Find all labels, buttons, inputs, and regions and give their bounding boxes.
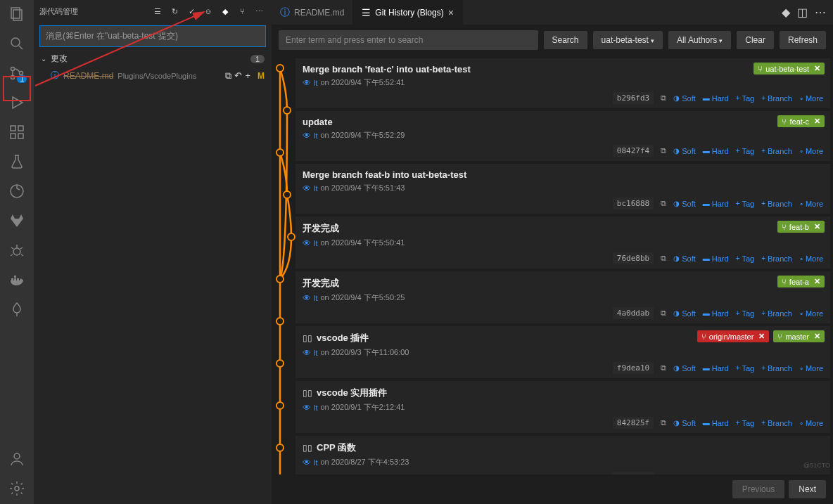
commit-item[interactable]: ⑂feat-b✕ 开发完成 👁 lt on 2020/9/4 下午5:50:41… xyxy=(295,217,830,269)
soft-reset-button[interactable]: ◑Soft xyxy=(673,254,696,263)
remove-tag-icon[interactable]: ✕ xyxy=(812,64,820,73)
gitlab-icon[interactable] xyxy=(8,212,25,229)
diamond-icon[interactable]: ◆ xyxy=(782,6,790,19)
branch-tag[interactable]: ⑂origin/master✕ xyxy=(697,330,770,342)
commit-author[interactable]: lt xyxy=(314,131,318,140)
more-button[interactable]: ∘More xyxy=(799,364,823,373)
gear-icon[interactable] xyxy=(8,480,25,497)
search-button[interactable]: Search xyxy=(544,31,587,49)
branch-tag[interactable]: ⑂master✕ xyxy=(773,330,825,342)
branch-tag[interactable]: ⑂feat-b✕ xyxy=(777,221,825,233)
authors-filter-button[interactable]: All Authors▾ xyxy=(668,31,731,49)
circle-icon[interactable] xyxy=(8,183,25,200)
commit-author[interactable]: lt xyxy=(314,239,318,247)
commit-author[interactable]: lt xyxy=(314,294,318,302)
copy-icon[interactable]: ⧉ xyxy=(661,473,666,474)
remove-tag-icon[interactable]: ✕ xyxy=(812,222,820,231)
commit-item[interactable]: ⑂feat-a✕ 开发完成 👁 lt on 2020/9/4 下午5:50:25… xyxy=(295,271,830,323)
more-icon[interactable]: ⋯ xyxy=(252,4,266,18)
hard-reset-button[interactable]: ▬Hard xyxy=(703,364,729,373)
explorer-icon[interactable] xyxy=(8,6,25,22)
copy-icon[interactable]: ⧉ xyxy=(661,418,666,427)
branch-button[interactable]: +Branch xyxy=(761,254,792,263)
commit-item[interactable]: Merge branch feat-b into uat-beta-test 👁… xyxy=(295,164,830,214)
branch-tag[interactable]: ⑂feat-a✕ xyxy=(777,276,825,287)
bug-icon[interactable] xyxy=(8,242,25,259)
tag-button[interactable]: +Tag xyxy=(736,254,755,263)
hard-reset-button[interactable]: ▬Hard xyxy=(703,419,729,427)
commit-message-input[interactable]: 消息(⌘Enter 在"uat-beta-test"提交) xyxy=(39,25,266,47)
commit-item[interactable]: ▯▯ vscode 实用插件 👁 lt on 2020/9/1 下午2:12:4… xyxy=(295,381,830,433)
branch-button[interactable]: +Branch xyxy=(761,419,792,427)
hard-reset-button[interactable]: ▬Hard xyxy=(703,94,729,103)
tree-icon[interactable] xyxy=(8,301,25,318)
soft-reset-button[interactable]: ◑Soft xyxy=(673,419,696,427)
tab-git-history[interactable]: ☰ Git History (Blogs) × xyxy=(353,0,463,25)
branch-button[interactable]: +Branch xyxy=(761,200,792,208)
eye-icon[interactable]: 👁 xyxy=(303,458,311,467)
search-icon[interactable] xyxy=(8,35,25,52)
hard-reset-button[interactable]: ▬Hard xyxy=(703,474,729,475)
commit-item[interactable]: ⑂uat-beta-test✕ Merge branch 'feat-c' in… xyxy=(295,58,830,108)
tag-button[interactable]: +Tag xyxy=(736,94,755,103)
soft-reset-button[interactable]: ◑Soft xyxy=(673,94,696,103)
discard-icon[interactable]: ↶ xyxy=(234,70,242,82)
soft-reset-button[interactable]: ◑Soft xyxy=(673,309,696,318)
remove-tag-icon[interactable]: ✕ xyxy=(812,332,820,341)
clear-button[interactable]: Clear xyxy=(737,31,774,49)
remove-tag-icon[interactable]: ✕ xyxy=(812,117,820,126)
eye-icon[interactable]: 👁 xyxy=(303,238,311,248)
commit-item[interactable]: ▯▯ CPP 函数 👁 lt on 2020/8/27 下午4:53:23 c2… xyxy=(295,436,830,474)
refresh-icon[interactable]: ↻ xyxy=(167,4,182,18)
eye-icon[interactable]: 👁 xyxy=(303,78,311,88)
stage-icon[interactable]: + xyxy=(245,70,250,82)
close-icon[interactable]: × xyxy=(448,7,454,18)
commit-author[interactable]: lt xyxy=(314,79,318,87)
commit-author[interactable]: lt xyxy=(314,458,318,467)
open-file-icon[interactable]: ⧉ xyxy=(225,70,231,82)
eye-icon[interactable]: 👁 xyxy=(303,348,311,358)
hard-reset-button[interactable]: ▬Hard xyxy=(703,200,729,208)
branch-tag[interactable]: ⑂feat-c✕ xyxy=(777,115,825,127)
more-button[interactable]: ∘More xyxy=(799,474,823,475)
flask-icon[interactable] xyxy=(8,153,25,170)
soft-reset-button[interactable]: ◑Soft xyxy=(673,147,696,155)
more-button[interactable]: ∘More xyxy=(799,147,823,155)
more-button[interactable]: ∘More xyxy=(799,419,823,427)
copy-icon[interactable]: ⧉ xyxy=(661,309,666,318)
more-button[interactable]: ∘More xyxy=(799,254,823,263)
more-button[interactable]: ∘More xyxy=(799,200,823,208)
tag-button[interactable]: +Tag xyxy=(736,147,755,155)
more-button[interactable]: ∘More xyxy=(799,309,823,318)
branch-filter-button[interactable]: uat-beta-test▾ xyxy=(593,31,663,49)
branch-button[interactable]: +Branch xyxy=(761,474,792,475)
next-button[interactable]: Next xyxy=(789,480,826,498)
eye-icon[interactable]: 👁 xyxy=(303,131,311,141)
more-button[interactable]: ∘More xyxy=(799,94,823,103)
changed-file-row[interactable]: ⓘ README.md Plugins/VscodePlugins ⧉ ↶ + … xyxy=(34,67,272,84)
tag-button[interactable]: +Tag xyxy=(736,364,755,373)
commit-author[interactable]: lt xyxy=(314,403,318,412)
smiley-icon[interactable]: ☺ xyxy=(201,4,215,18)
branch-tag[interactable]: ⑂uat-beta-test✕ xyxy=(753,63,825,75)
hard-reset-button[interactable]: ▬Hard xyxy=(703,309,729,318)
account-icon[interactable] xyxy=(8,451,25,467)
commit-author[interactable]: lt xyxy=(314,184,318,193)
soft-reset-button[interactable]: ◑Soft xyxy=(673,364,696,373)
merge-icon[interactable]: ⑂ xyxy=(235,4,249,18)
remove-tag-icon[interactable]: ✕ xyxy=(756,332,765,341)
remove-tag-icon[interactable]: ✕ xyxy=(812,277,820,286)
branch-button[interactable]: +Branch xyxy=(761,147,792,155)
tag-button[interactable]: +Tag xyxy=(736,200,755,208)
copy-icon[interactable]: ⧉ xyxy=(661,146,666,155)
eye-icon[interactable]: 👁 xyxy=(303,183,311,193)
diamond-icon[interactable]: ◆ xyxy=(218,4,232,18)
eye-icon[interactable]: 👁 xyxy=(303,403,311,413)
soft-reset-button[interactable]: ◑Soft xyxy=(673,200,696,208)
extensions-icon[interactable] xyxy=(8,124,25,141)
copy-icon[interactable]: ⧉ xyxy=(661,93,666,103)
hard-reset-button[interactable]: ▬Hard xyxy=(703,147,729,155)
soft-reset-button[interactable]: ◑Soft xyxy=(673,474,696,475)
eye-icon[interactable]: 👁 xyxy=(303,293,311,303)
tag-button[interactable]: +Tag xyxy=(736,419,755,427)
